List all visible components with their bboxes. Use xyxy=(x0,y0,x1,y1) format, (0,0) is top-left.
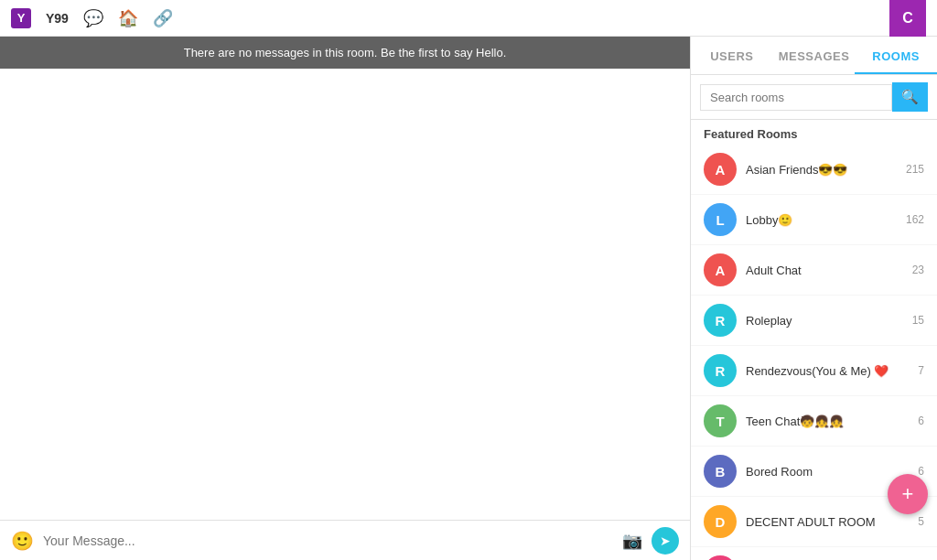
room-avatar: F xyxy=(704,555,737,560)
chat-area: There are no messages in this room. Be t… xyxy=(0,37,690,560)
top-nav: Y Y99 💬 🏠 🔗 C xyxy=(0,0,937,37)
room-avatar: B xyxy=(704,455,737,488)
room-avatar: L xyxy=(704,203,737,236)
chat-input-bar: 🙂 📷 ➤ xyxy=(0,520,690,560)
room-item[interactable]: R Rendezvous(You & Me) ❤️ 7 xyxy=(691,346,937,396)
room-name: Bored Room xyxy=(746,465,912,479)
room-name: Teen Chat🧒👧👧 xyxy=(746,415,912,428)
room-count: 23 xyxy=(912,264,924,276)
message-input[interactable] xyxy=(43,533,613,548)
search-rooms-input[interactable] xyxy=(700,84,892,111)
room-avatar: A xyxy=(704,253,737,286)
room-name: DECENT ADULT ROOM xyxy=(746,515,912,529)
tab-rooms[interactable]: ROOMS xyxy=(855,37,937,74)
room-count: 5 xyxy=(918,515,924,528)
link-icon[interactable]: 🔗 xyxy=(153,8,173,28)
search-rooms-button[interactable]: 🔍 xyxy=(892,82,928,112)
room-item[interactable]: A Adult Chat 23 xyxy=(691,245,937,296)
main-content: There are no messages in this room. Be t… xyxy=(0,37,937,560)
camera-icon[interactable]: 📷 xyxy=(622,531,642,551)
room-name: Roleplay xyxy=(746,314,907,328)
emoji-icon[interactable]: 🙂 xyxy=(11,530,34,552)
tab-messages[interactable]: MESSAGES xyxy=(773,37,856,74)
room-item[interactable]: A Asian Friends😎😎 215 xyxy=(691,145,937,195)
app-logo: Y xyxy=(11,8,31,28)
room-avatar: R xyxy=(704,354,737,387)
room-count: 6 xyxy=(918,465,924,478)
tab-users[interactable]: USERS xyxy=(691,37,773,74)
add-room-fab[interactable]: + xyxy=(888,474,928,514)
room-item[interactable]: F Filipino Room 1 xyxy=(691,547,937,560)
chat-messages xyxy=(0,69,690,520)
room-count: 215 xyxy=(906,163,924,176)
send-button[interactable]: ➤ xyxy=(652,527,679,555)
rooms-search: 🔍 xyxy=(691,75,937,120)
room-name: Lobby🙂 xyxy=(746,213,900,227)
room-count: 15 xyxy=(912,314,924,327)
home-icon[interactable]: 🏠 xyxy=(118,8,138,28)
room-avatar: R xyxy=(704,304,737,337)
room-name: Rendezvous(You & Me) ❤️ xyxy=(746,364,912,378)
room-name: Adult Chat xyxy=(746,264,907,277)
room-item[interactable]: T Teen Chat🧒👧👧 6 xyxy=(691,396,937,447)
room-count: 6 xyxy=(918,415,924,427)
user-avatar[interactable]: C xyxy=(889,0,926,37)
username: Y99 xyxy=(46,11,69,26)
panel-tabs: USERS MESSAGES ROOMS xyxy=(691,37,937,75)
right-panel: USERS MESSAGES ROOMS 🔍 Featured Rooms A … xyxy=(690,37,937,560)
featured-rooms-label: Featured Rooms xyxy=(691,120,937,145)
chat-notice: There are no messages in this room. Be t… xyxy=(0,37,690,69)
room-avatar: A xyxy=(704,153,737,186)
chat-bubble-icon[interactable]: 💬 xyxy=(83,8,103,28)
room-avatar: D xyxy=(704,505,737,538)
room-count: 7 xyxy=(918,364,924,377)
room-item[interactable]: L Lobby🙂 162 xyxy=(691,195,937,245)
room-avatar: T xyxy=(704,404,737,437)
room-item[interactable]: R Roleplay 15 xyxy=(691,296,937,346)
room-name: Asian Friends😎😎 xyxy=(746,163,900,177)
room-count: 162 xyxy=(906,213,924,226)
